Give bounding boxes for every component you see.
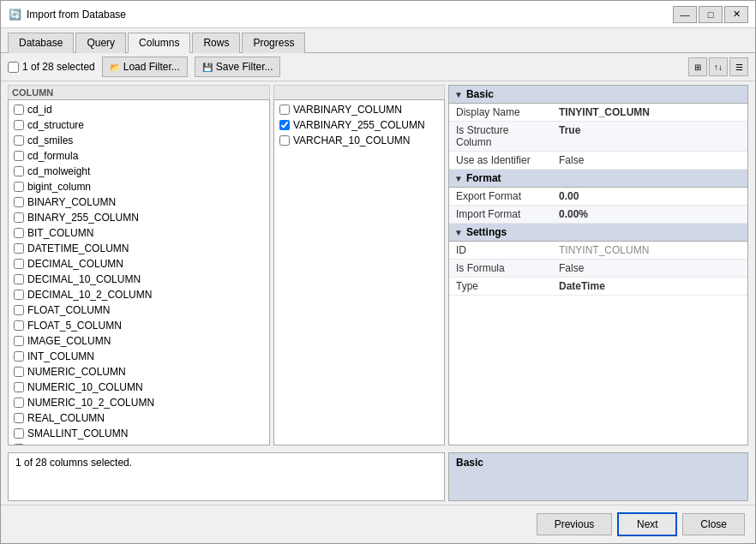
is-structure-row: Is Structure Column True — [449, 122, 747, 152]
column-label: BIT_COLUMN — [27, 227, 93, 239]
list-item[interactable]: DECIMAL_COLUMN — [9, 256, 269, 272]
list-item[interactable]: VARBINARY_COLUMN — [274, 102, 444, 117]
load-filter-button[interactable]: 📂 Load Filter... — [102, 57, 188, 77]
list-item[interactable]: NUMERIC_COLUMN — [9, 364, 269, 380]
column-checkbox[interactable] — [14, 151, 24, 161]
restore-button[interactable]: □ — [699, 6, 723, 23]
column-checkbox[interactable] — [14, 444, 24, 445]
list-item[interactable]: INT_COLUMN — [9, 349, 269, 364]
column-checkbox[interactable] — [14, 382, 24, 392]
list-item[interactable]: DECIMAL_10_2_COLUMN — [9, 287, 269, 302]
column-checkbox[interactable] — [14, 367, 24, 377]
column-checkbox[interactable] — [14, 336, 24, 346]
column-checkbox[interactable] — [14, 413, 24, 423]
column-checkbox[interactable] — [279, 135, 290, 146]
tab-query[interactable]: Query — [75, 33, 126, 53]
list-item[interactable]: FLOAT_5_COLUMN — [9, 318, 269, 333]
column-label: REAL_COLUMN — [27, 412, 105, 424]
left-status-text: 1 of 28 columns selected. — [15, 457, 132, 469]
left-panel: COLUMN cd_idcd_structurecd_smilescd_form… — [8, 85, 445, 445]
minimize-button[interactable]: — — [673, 6, 697, 23]
next-button[interactable]: Next — [617, 512, 677, 536]
column-checkbox[interactable] — [14, 274, 24, 284]
column-label: IMAGE_COLUMN — [27, 335, 111, 347]
column-checkbox[interactable] — [14, 105, 24, 115]
close-button[interactable]: Close — [682, 513, 745, 535]
list-item[interactable]: cd_molweight — [9, 164, 269, 179]
list-item[interactable]: DECIMAL_10_COLUMN — [9, 272, 269, 287]
list-item[interactable]: NUMERIC_10_2_COLUMN — [9, 395, 269, 410]
tab-database[interactable]: Database — [8, 33, 74, 53]
list-item[interactable]: BINARY_COLUMN — [9, 194, 269, 210]
basic-section-label: Basic — [466, 88, 494, 100]
basic-section-header[interactable]: ▼ Basic — [449, 86, 747, 104]
save-filter-button[interactable]: 💾 Save Filter... — [195, 57, 281, 77]
is-formula-value: False — [552, 260, 747, 277]
select-all-checkbox[interactable] — [8, 62, 19, 73]
settings-section-header[interactable]: ▼ Settings — [449, 224, 747, 242]
list-item[interactable]: NUMERIC_10_COLUMN — [9, 380, 269, 395]
column-checkbox[interactable] — [14, 228, 24, 238]
column-checkbox[interactable] — [14, 166, 24, 176]
list-item[interactable]: cd_id — [9, 102, 269, 117]
column-checkbox[interactable] — [14, 182, 24, 192]
tab-progress[interactable]: Progress — [242, 33, 305, 53]
export-format-label: Export Format — [449, 188, 552, 205]
footer: Previous Next Close — [1, 505, 755, 543]
list-icon: ☰ — [735, 63, 743, 72]
list-item[interactable]: DATETIME_COLUMN — [9, 241, 269, 256]
list-item[interactable]: VARCHAR_10_COLUMN — [274, 133, 444, 148]
column-checkbox[interactable] — [14, 120, 24, 130]
sort-button[interactable]: ↑↓ — [709, 57, 728, 76]
column-checkbox[interactable] — [14, 428, 24, 439]
column-label: TEXT_COLUMN — [27, 443, 104, 445]
grid-view-button[interactable]: ⊞ — [688, 57, 707, 76]
list-item[interactable]: SMALLINT_COLUMN — [9, 426, 269, 441]
column-checkbox[interactable] — [279, 105, 290, 115]
column-checkbox[interactable] — [14, 212, 24, 223]
column-checkbox[interactable] — [14, 305, 24, 315]
list-item[interactable]: IMAGE_COLUMN — [9, 333, 269, 349]
left-checklist[interactable]: cd_idcd_structurecd_smilescd_formulacd_m… — [8, 99, 270, 445]
list-item[interactable]: cd_formula — [9, 148, 269, 164]
close-window-button[interactable]: ✕ — [724, 6, 748, 23]
right-status-text: Basic — [456, 457, 483, 469]
tab-rows[interactable]: Rows — [192, 33, 240, 53]
list-item[interactable]: BINARY_255_COLUMN — [9, 210, 269, 225]
column-checkbox[interactable] — [14, 398, 24, 408]
column-checkbox[interactable] — [14, 351, 24, 362]
list-item[interactable]: cd_smiles — [9, 133, 269, 148]
format-section-header[interactable]: ▼ Format — [449, 170, 747, 188]
is-formula-label: Is Formula — [449, 260, 552, 277]
is-formula-row: Is Formula False — [449, 260, 747, 278]
column-label: DECIMAL_10_2_COLUMN — [27, 289, 152, 301]
import-format-row: Import Format 0.00% — [449, 206, 747, 224]
list-item[interactable]: REAL_COLUMN — [9, 410, 269, 426]
list-item[interactable]: VARBINARY_255_COLUMN — [274, 117, 444, 133]
list-item[interactable]: FLOAT_COLUMN — [9, 302, 269, 318]
column-checkbox[interactable] — [279, 120, 290, 130]
settings-section: ▼ Settings ID TINYINT_COLUMN Is Formula … — [449, 224, 747, 296]
list-item[interactable]: TEXT_COLUMN — [9, 441, 269, 445]
list-view-button[interactable]: ☰ — [729, 57, 748, 76]
id-label: ID — [449, 242, 552, 259]
select-all-label[interactable]: 1 of 28 selected — [8, 61, 95, 73]
right-checklist[interactable]: VARBINARY_COLUMNVARBINARY_255_COLUMNVARC… — [273, 99, 445, 445]
list-item[interactable]: bigint_column — [9, 179, 269, 194]
column-checkbox[interactable] — [14, 135, 24, 146]
import-format-value: 0.00% — [552, 206, 747, 223]
column-label: cd_formula — [27, 150, 78, 162]
column-label: DATETIME_COLUMN — [27, 242, 129, 254]
column-checkbox[interactable] — [14, 197, 24, 207]
column-label: bigint_column — [27, 181, 91, 193]
list-item[interactable]: BIT_COLUMN — [9, 225, 269, 241]
column-checkbox[interactable] — [14, 290, 24, 300]
list-item[interactable]: cd_structure — [9, 117, 269, 133]
column-label: NUMERIC_COLUMN — [27, 366, 126, 378]
column-checkbox[interactable] — [14, 320, 24, 331]
left-column-list-container: COLUMN cd_idcd_structurecd_smilescd_form… — [8, 85, 270, 445]
previous-button[interactable]: Previous — [537, 513, 613, 535]
column-checkbox[interactable] — [14, 259, 24, 269]
column-checkbox[interactable] — [14, 243, 24, 254]
tab-columns[interactable]: Columns — [128, 33, 190, 53]
